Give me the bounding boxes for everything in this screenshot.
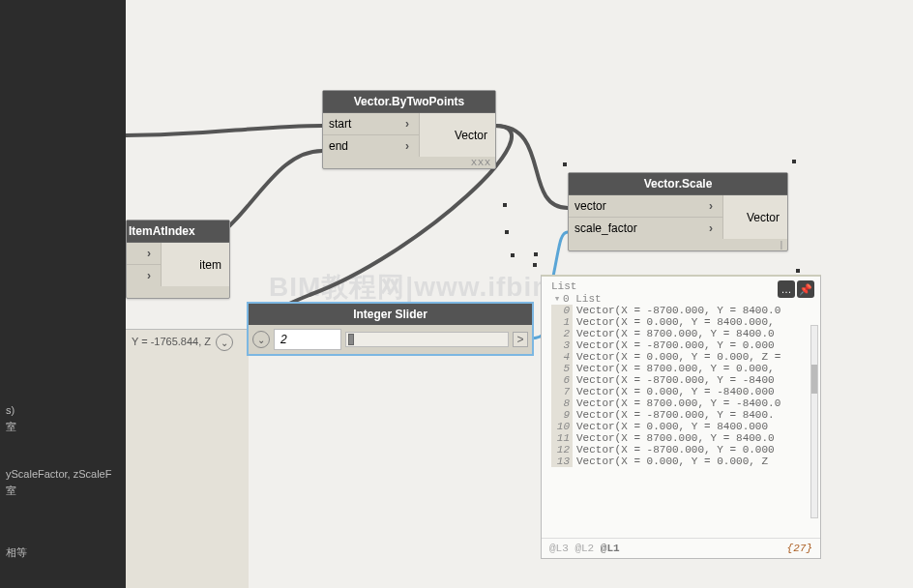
node-vector-bytwopoints[interactable]: Vector.ByTwoPoints start › end › Vector xyxy=(322,90,496,169)
sidebar-frag-1: s) xyxy=(6,404,15,416)
chevron-right-icon: › xyxy=(709,199,713,213)
node-vector-scale[interactable]: Vector.Scale vector › scale_factor › Vec… xyxy=(568,172,788,251)
slider-track[interactable] xyxy=(345,332,509,347)
port-label: Vector xyxy=(455,129,487,142)
output-panel: … 📌 List ▾0 List 0Vector(X = -8700.000, … xyxy=(541,275,821,559)
sidebar-frag-3: yScaleFactor, zScaleF xyxy=(6,468,111,480)
chevron-right-icon: › xyxy=(147,247,151,260)
output-row: 1Vector(X = 0.000, Y = 8400.000, xyxy=(551,316,814,328)
status-coords: Y = -1765.844, Z ⌄ xyxy=(126,329,249,588)
port-label: end xyxy=(329,139,348,153)
node-integer-slider[interactable]: Integer Slider ⌄ 2 > xyxy=(247,302,534,356)
port-label: start xyxy=(329,117,351,131)
scrollbar[interactable] xyxy=(810,325,818,518)
port-item-out[interactable]: item xyxy=(162,243,229,286)
output-row: 7Vector(X = 0.000, Y = -8400.000 xyxy=(551,386,814,397)
port-vector-out[interactable]: Vector xyxy=(723,195,787,239)
sidebar-frag-4: 室 xyxy=(6,484,16,498)
chevron-right-icon: › xyxy=(405,117,409,131)
graph-canvas[interactable]: BIM教程网|www.ifbim.com Vector.ByTwoPoints … xyxy=(126,0,913,588)
node-title: Vector.ByTwoPoints xyxy=(323,91,495,113)
slider-thumb[interactable] xyxy=(348,334,354,345)
output-row: 12Vector(X = -8700.000, Y = 0.000 xyxy=(551,444,814,456)
port-vector-in[interactable]: vector › xyxy=(569,195,723,218)
node-footer xyxy=(127,286,229,298)
output-row: 8Vector(X = 8700.000, Y = -8400.0 xyxy=(551,397,814,409)
output-row: 4Vector(X = 0.000, Y = 0.000, Z = xyxy=(551,351,814,363)
port-label: Vector xyxy=(747,211,780,224)
sidebar: s) 室 yScaleFactor, zScaleF 室 相等 xyxy=(0,0,126,588)
output-footer: @L3 @L2 @L1 {27} xyxy=(542,538,820,558)
node-title: Vector.Scale xyxy=(569,173,787,195)
chevron-right-icon: › xyxy=(147,269,151,282)
port-label: vector xyxy=(574,199,606,213)
node-item-at-index[interactable]: ItemAtIndex › › item xyxy=(126,220,230,299)
output-row: 9Vector(X = -8700.000, Y = 8400. xyxy=(551,409,814,421)
output-row: 3Vector(X = -8700.000, Y = 0.000 xyxy=(551,339,814,351)
node-title: ItemAtIndex xyxy=(127,220,229,243)
output-row: 13Vector(X = 0.000, Y = 0.000, Z xyxy=(551,456,814,467)
expand-icon[interactable]: ⌄ xyxy=(216,334,233,351)
chevron-right-icon: › xyxy=(709,221,713,235)
output-body: List ▾0 List 0Vector(X = -8700.000, Y = … xyxy=(542,277,820,538)
port-label: item xyxy=(199,258,221,272)
output-row: 6Vector(X = -8700.000, Y = -8400 xyxy=(551,374,814,386)
port-start[interactable]: start › xyxy=(323,113,420,135)
output-row: 10Vector(X = 0.000, Y = 8400.000 xyxy=(551,421,814,432)
port-list[interactable]: › xyxy=(127,243,162,265)
chevron-right-icon: › xyxy=(405,139,409,153)
sidebar-frag-5: 相等 xyxy=(6,545,27,560)
level-labels: @L3 @L2 @L1 xyxy=(549,543,620,554)
slider-value[interactable]: 2 xyxy=(274,329,341,350)
port-scale-factor[interactable]: scale_factor › xyxy=(569,218,723,239)
sidebar-frag-2: 室 xyxy=(6,420,16,434)
output-count: {27} xyxy=(787,543,812,554)
output-row: 2Vector(X = 8700.000, Y = 8400.0 xyxy=(551,328,814,339)
port-end[interactable]: end › xyxy=(323,135,420,157)
output-row: 5Vector(X = 8700.000, Y = 0.000, xyxy=(551,363,814,374)
list-sub: ▾0 List xyxy=(551,292,814,305)
slider-output-port[interactable]: > xyxy=(513,332,528,347)
list-head: List xyxy=(551,280,814,292)
port-vector-out[interactable]: Vector xyxy=(420,113,495,157)
port-index[interactable]: › xyxy=(127,265,162,286)
collapse-toggle-icon[interactable]: ⌄ xyxy=(252,331,270,348)
node-title: Integer Slider xyxy=(249,304,532,325)
node-footer: XXX xyxy=(323,157,495,168)
port-label: scale_factor xyxy=(574,221,637,235)
scroll-thumb[interactable] xyxy=(811,365,817,394)
output-row: 0Vector(X = -8700.000, Y = 8400.0 xyxy=(551,305,814,316)
output-row: 11Vector(X = 8700.000, Y = 8400.0 xyxy=(551,432,814,444)
node-footer: | xyxy=(569,239,787,250)
